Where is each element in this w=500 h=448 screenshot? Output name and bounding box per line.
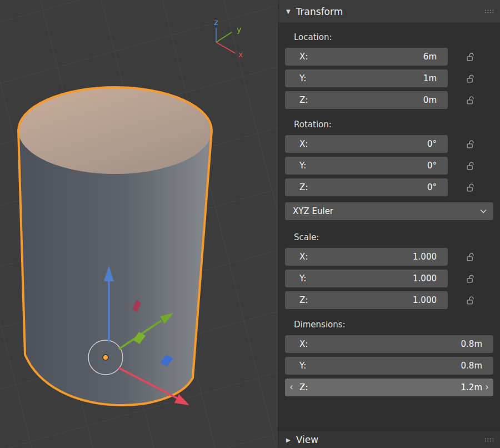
field-value: 0° xyxy=(427,139,437,149)
field-label: Y: xyxy=(299,73,306,83)
rotation-z-unlock-icon[interactable] xyxy=(448,183,493,192)
view-panel-title: View xyxy=(296,434,318,445)
rotation-mode-value: XYZ Euler xyxy=(293,206,333,216)
axis-z-label: z xyxy=(214,18,218,27)
cylinder-object[interactable] xyxy=(18,87,212,405)
scale-y-unlock-icon[interactable] xyxy=(448,275,493,283)
scale-y-field[interactable]: Y: 1.000 xyxy=(285,270,448,287)
scale-x-unlock-icon[interactable] xyxy=(448,253,493,261)
location-y-field[interactable]: Y: 1m xyxy=(285,69,448,87)
field-label: X: xyxy=(299,339,308,349)
field-label: Y: xyxy=(299,361,306,371)
disclosure-triangle-icon: ▼ xyxy=(286,8,291,14)
field-value: 1.000 xyxy=(413,295,437,305)
disclosure-triangle-icon: ▶ xyxy=(286,437,291,443)
dimensions-x-field[interactable]: X: 0.8m xyxy=(285,335,493,353)
rotation-x-unlock-icon[interactable] xyxy=(448,140,493,148)
field-label: Y: xyxy=(299,161,306,171)
field-value: 1.2m xyxy=(461,382,482,392)
field-label: Z: xyxy=(299,295,308,305)
dimensions-y-field[interactable]: Y: 0.8m xyxy=(285,357,493,375)
panel-grip-icon[interactable] xyxy=(484,9,494,14)
field-value: 1m xyxy=(423,73,437,83)
field-value: 0° xyxy=(427,182,437,192)
chevron-down-icon xyxy=(480,209,487,213)
axis-x-label: x xyxy=(238,50,243,59)
field-label: X: xyxy=(299,52,308,62)
dimensions-section-label: Dimensions: xyxy=(294,320,491,330)
location-x-unlock-icon[interactable] xyxy=(448,53,493,61)
panel-grip-icon[interactable] xyxy=(484,437,494,442)
viewport-canvas: z y x xyxy=(0,0,278,448)
axis-orientation-gizmo[interactable]: z y x xyxy=(214,18,243,59)
slider-decrease-arrow-icon[interactable]: ‹ xyxy=(289,379,293,396)
field-label: Z: xyxy=(299,382,308,392)
axis-y-label: y xyxy=(237,25,241,34)
field-value: 6m xyxy=(423,52,437,62)
field-value: 0° xyxy=(427,161,437,171)
rotation-mode-dropdown[interactable]: XYZ Euler xyxy=(285,202,493,220)
scale-x-field[interactable]: X: 1.000 xyxy=(285,248,448,266)
view-panel-header[interactable]: ▶ View xyxy=(278,431,500,448)
panel-title: Transform xyxy=(296,6,343,17)
rotation-y-field[interactable]: Y: 0° xyxy=(285,157,448,175)
field-label: Y: xyxy=(299,273,306,283)
location-z-unlock-icon[interactable] xyxy=(448,96,493,104)
field-label: Z: xyxy=(299,182,308,192)
rotation-x-field[interactable]: X: 0° xyxy=(285,135,448,153)
sidebar-panel: ▼ Transform Location: X: 6m xyxy=(278,0,500,448)
field-value: 1.000 xyxy=(413,252,437,262)
scale-z-field[interactable]: Z: 1.000 xyxy=(285,291,448,309)
rotation-z-field[interactable]: Z: 0° xyxy=(285,178,448,196)
slider-increase-arrow-icon[interactable]: › xyxy=(485,379,489,396)
transform-panel-header[interactable]: ▼ Transform xyxy=(278,0,500,23)
3d-viewport[interactable]: z y x xyxy=(0,0,278,448)
field-label: X: xyxy=(299,252,308,262)
field-label: Z: xyxy=(299,95,308,105)
field-value: 0.8m xyxy=(461,339,482,349)
location-z-field[interactable]: Z: 0m xyxy=(285,91,448,109)
scale-z-unlock-icon[interactable] xyxy=(448,296,493,305)
transform-panel-body: Location: X: 6m Y: 1m xyxy=(278,23,500,431)
rotation-section-label: Rotation: xyxy=(294,120,491,130)
rotation-y-unlock-icon[interactable] xyxy=(448,162,493,170)
location-section-label: Location: xyxy=(294,32,491,42)
field-label: X: xyxy=(299,139,308,149)
location-y-unlock-icon[interactable] xyxy=(448,74,493,83)
scale-section-label: Scale: xyxy=(294,232,491,242)
dimensions-z-field[interactable]: ‹ Z: 1.2m › xyxy=(285,379,493,396)
blender-window: z y x ▼ Transform Location: xyxy=(0,0,500,448)
field-value: 1.000 xyxy=(413,273,437,283)
object-origin-dot xyxy=(103,355,108,360)
field-value: 0m xyxy=(423,95,437,105)
location-x-field[interactable]: X: 6m xyxy=(285,48,448,66)
field-value: 0.8m xyxy=(461,361,482,371)
